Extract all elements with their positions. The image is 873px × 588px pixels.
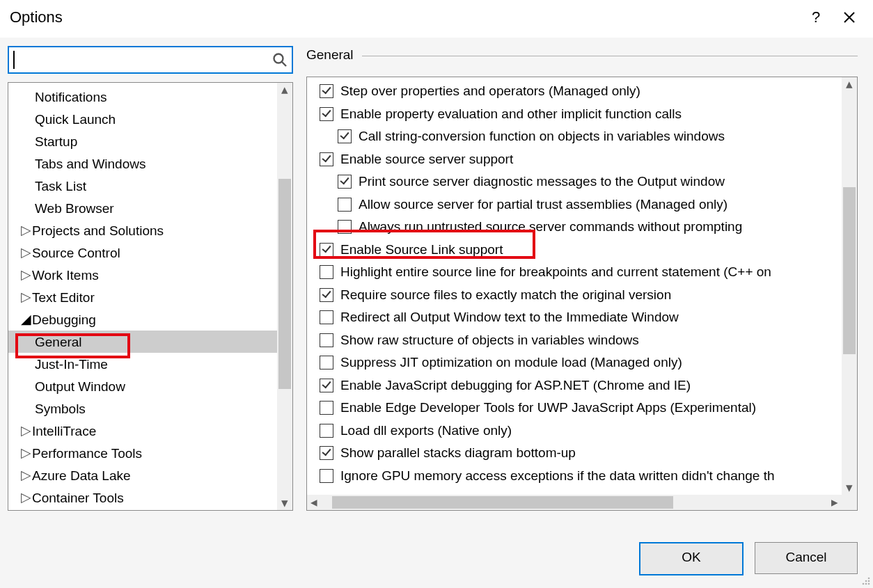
tree-item[interactable]: ◢Debugging xyxy=(8,308,277,331)
expander-collapsed-icon[interactable]: ▷ xyxy=(19,420,32,442)
tree-item[interactable]: ▷Source Control xyxy=(8,241,277,264)
scroll-right-icon[interactable]: ▸ xyxy=(828,495,842,510)
resize-grip-icon[interactable] xyxy=(859,574,872,587)
tree-item-label: Web Browser xyxy=(35,201,114,216)
expander-collapsed-icon[interactable]: ▷ xyxy=(19,241,32,264)
tree-item[interactable]: ▷Text Editor xyxy=(8,286,277,308)
tree-item-label: Debugging xyxy=(32,312,96,327)
tree-item[interactable]: ▷Container Tools xyxy=(8,486,277,509)
tree-item[interactable]: ▷Azure Data Lake xyxy=(8,464,277,486)
checkbox[interactable] xyxy=(338,198,352,212)
tree-item[interactable]: ▷Projects and Solutions xyxy=(8,219,277,241)
option-row: Suppress JIT optimization on module load… xyxy=(307,351,842,374)
scroll-left-icon[interactable]: ◂ xyxy=(307,495,321,510)
tree-item[interactable]: General xyxy=(8,331,277,353)
option-row: Ignore GPU memory access exceptions if t… xyxy=(307,465,842,488)
tree-item[interactable]: Web Browser xyxy=(8,197,277,219)
scroll-thumb[interactable] xyxy=(332,496,673,509)
search-input[interactable] xyxy=(8,46,293,74)
option-label: Require source files to exactly match th… xyxy=(340,284,671,307)
scroll-up-icon[interactable]: ▴ xyxy=(277,83,292,97)
tree-item[interactable]: Quick Launch xyxy=(8,108,277,130)
tree-scrollbar[interactable]: ▴ ▾ xyxy=(277,83,292,510)
checkbox[interactable] xyxy=(320,356,333,370)
checkbox[interactable] xyxy=(320,107,333,121)
tree-item[interactable]: ▷Performance Tools xyxy=(8,442,277,464)
option-row: Print source server diagnostic messages … xyxy=(307,170,842,193)
tree-item[interactable]: ▷Work Items xyxy=(8,264,277,286)
expander-collapsed-icon[interactable]: ▷ xyxy=(19,286,32,308)
option-label: Call string-conversion function on objec… xyxy=(359,125,725,148)
expander-expanded-icon[interactable]: ◢ xyxy=(19,308,32,331)
option-label: Always run untrusted source server comma… xyxy=(359,216,742,239)
checkbox[interactable] xyxy=(338,175,352,189)
option-row: Require source files to exactly match th… xyxy=(307,284,842,307)
help-button[interactable]: ? xyxy=(799,8,833,26)
expander-collapsed-icon[interactable]: ▷ xyxy=(19,264,32,286)
option-label: Load dll exports (Native only) xyxy=(340,420,512,443)
tree-item-label: Text Editor xyxy=(32,290,95,305)
option-row: Show raw structure of objects in variabl… xyxy=(307,329,842,352)
svg-point-5 xyxy=(865,583,867,585)
tree-item-label: Task List xyxy=(35,179,86,193)
tree-item[interactable]: Symbols xyxy=(8,397,277,420)
checkbox[interactable] xyxy=(320,265,333,279)
options-v-scrollbar[interactable]: ▴ ▾ xyxy=(842,77,857,495)
options-dialog: Options ? General NotificationsQuick Lau… xyxy=(0,0,873,588)
close-icon xyxy=(833,11,866,24)
tree-item-label: Just-In-Time xyxy=(35,357,108,372)
checkbox[interactable] xyxy=(320,446,333,460)
category-tree: NotificationsQuick LaunchStartupTabs and… xyxy=(8,82,293,511)
titlebar: Options ? xyxy=(0,0,873,35)
ok-button[interactable]: OK xyxy=(639,542,744,575)
checkbox[interactable] xyxy=(320,288,333,302)
option-label: Step over properties and operators (Mana… xyxy=(340,80,640,103)
scroll-down-icon[interactable]: ▾ xyxy=(842,481,857,495)
checkbox[interactable] xyxy=(320,84,333,98)
cancel-button[interactable]: Cancel xyxy=(755,542,858,574)
scroll-thumb[interactable] xyxy=(278,179,291,389)
checkbox[interactable] xyxy=(338,129,352,143)
option-label: Enable property evaluation and other imp… xyxy=(340,103,682,126)
checkbox[interactable] xyxy=(338,220,352,234)
checkbox[interactable] xyxy=(320,469,333,483)
expander-collapsed-icon[interactable]: ▷ xyxy=(19,486,32,509)
close-button[interactable] xyxy=(833,11,866,24)
checkbox[interactable] xyxy=(320,333,333,347)
checkbox[interactable] xyxy=(320,424,333,438)
tree-item[interactable]: Tabs and Windows xyxy=(8,152,277,175)
dialog-body: General NotificationsQuick LaunchStartup… xyxy=(0,38,873,588)
tree-item[interactable]: Just-In-Time xyxy=(8,353,277,375)
tree-item-label: Output Window xyxy=(35,379,125,394)
tree-item[interactable]: ▷IntelliTrace xyxy=(8,420,277,442)
expander-collapsed-icon[interactable]: ▷ xyxy=(19,219,32,241)
tree-item[interactable]: Task List xyxy=(8,175,277,197)
tree-item-label: Performance Tools xyxy=(32,446,142,461)
tree-item[interactable]: Output Window xyxy=(8,375,277,397)
scroll-thumb[interactable] xyxy=(843,187,856,354)
tree-item-label: Azure Data Lake xyxy=(32,468,131,483)
checkbox[interactable] xyxy=(320,401,333,415)
svg-point-1 xyxy=(868,578,870,580)
checkbox[interactable] xyxy=(320,310,333,324)
section-divider xyxy=(362,56,858,56)
checkbox[interactable] xyxy=(320,379,333,392)
tree-item[interactable]: Startup xyxy=(8,130,277,152)
options-h-scrollbar[interactable]: ◂ ▸ xyxy=(307,495,842,510)
option-row: Always run untrusted source server comma… xyxy=(307,216,842,239)
expander-collapsed-icon[interactable]: ▷ xyxy=(19,442,32,464)
tree-item[interactable]: Notifications xyxy=(8,86,277,108)
option-label: Print source server diagnostic messages … xyxy=(359,170,725,193)
expander-collapsed-icon[interactable]: ▷ xyxy=(19,464,32,486)
option-row: Enable JavaScript debugging for ASP.NET … xyxy=(307,374,842,397)
scroll-down-icon[interactable]: ▾ xyxy=(277,496,292,510)
search-icon xyxy=(268,52,292,67)
option-row: Enable source server support xyxy=(307,148,842,171)
scroll-up-icon[interactable]: ▴ xyxy=(842,77,857,91)
tree-item-label: Notifications xyxy=(35,90,107,104)
option-label: Redirect all Output Window text to the I… xyxy=(340,306,679,329)
option-label: Show parallel stacks diagram bottom-up xyxy=(340,442,576,465)
checkbox[interactable] xyxy=(320,152,333,166)
option-label: Ignore GPU memory access exceptions if t… xyxy=(340,465,775,488)
checkbox[interactable] xyxy=(320,243,333,257)
